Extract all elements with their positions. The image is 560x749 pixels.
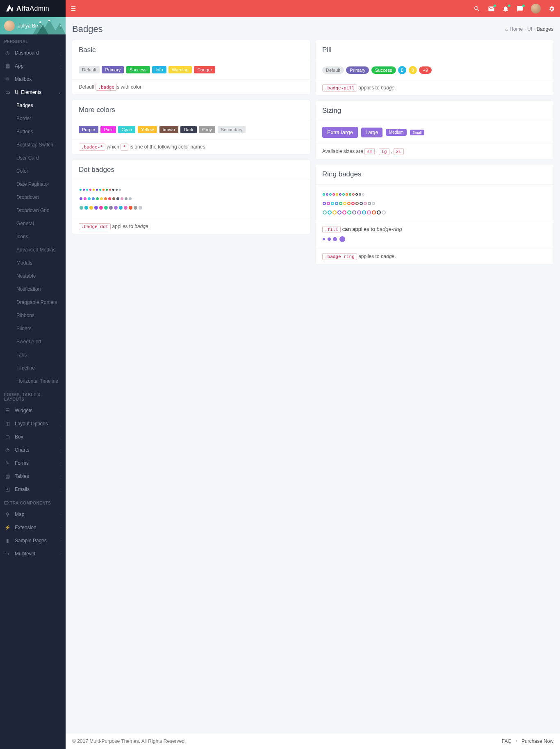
code-snippet: .badge-pill [322,84,357,91]
pie-icon: ◔ [4,447,11,453]
badge-default: Default [79,66,100,73]
nav-sub-dropdown-grid[interactable]: Dropdown Grid [0,204,66,217]
chat-button[interactable] [517,5,524,12]
user-avatar-button[interactable] [531,4,541,14]
ring-badge [372,202,375,205]
nav-sub-buttons[interactable]: Buttons [0,125,66,138]
dot-badge [119,189,121,191]
badge-yellow: Yellow [138,126,157,133]
dot-badge [96,197,99,200]
nav-header-personal: PERSONAL [0,34,66,46]
nav-mailbox[interactable]: ✉Mailbox [0,73,66,86]
nav-sub-date-paginator[interactable]: Date Paginator [0,178,66,191]
nav-sub-dropdown[interactable]: Dropdown [0,191,66,204]
box-ring-badges: Ring badges .fill can applies to badge-r… [316,164,553,264]
dot-badge [112,189,114,191]
footer-faq-link[interactable]: FAQ [502,738,512,744]
nav-emails[interactable]: ◰Emails› [0,483,66,496]
nav-dashboard[interactable]: ◷Dashboard› [0,46,66,59]
chevron-right-icon: › [60,23,61,28]
brand-logo[interactable]: AlfaAdmin [0,0,66,17]
ring-badge [372,210,376,215]
dot-badge [114,206,118,210]
dot-badge [124,206,127,210]
menu-toggle-button[interactable]: ☰ [71,5,76,12]
nav-sub-nestable[interactable]: Nestable [0,269,66,283]
nav-sample-pages[interactable]: ▮Sample Pages› [0,534,66,547]
page-title: Badges [72,24,103,34]
ring-badge [323,210,327,215]
nav-box[interactable]: ▢Box› [0,430,66,443]
ring-badge [360,202,363,205]
ring-badge [359,193,361,196]
avatar [531,4,541,14]
nav-widgets[interactable]: ☰Widgets› [0,404,66,417]
nav-app[interactable]: ▦App› [0,59,66,73]
mail-button[interactable] [488,5,495,12]
notification-dot [508,5,510,7]
ring-fill-dot [339,236,345,242]
nav-ui-elements[interactable]: ▭UI Elements⌄ [0,86,66,99]
user-panel[interactable]: Juliya Brus › [0,17,66,34]
nav-sub-ribbons[interactable]: Ribbons [0,309,66,322]
badge-size-sm: Small [410,130,424,135]
ring-badge [335,202,338,205]
dot-badge [88,197,91,200]
settings-button[interactable] [548,5,555,12]
dot-badge [93,189,95,191]
nav-sub-advanced-medias[interactable]: Advanced Medias [0,243,66,256]
code-snippet: .badge-ring [322,253,357,260]
dot-badge [80,197,82,200]
nav-map[interactable]: ⚲Map› [0,508,66,521]
bell-button[interactable] [502,5,509,12]
code-snippet: .badge-dot [79,223,111,230]
nav-multilevel[interactable]: ↪Multilevel› [0,547,66,560]
nav-tables[interactable]: ▤Tables› [0,470,66,483]
nav-forms[interactable]: ✎Forms› [0,457,66,470]
ring-badge [337,210,341,215]
ring-badge [368,202,371,205]
chevron-down-icon: ⌄ [58,90,61,94]
nav-extension[interactable]: ⚡Extension› [0,521,66,534]
nav-sub-draggable-portlets[interactable]: Draggable Portlets [0,296,66,309]
chevron-right-icon: › [60,512,61,516]
nav-sub-border[interactable]: Border [0,112,66,125]
breadcrumb-ui[interactable]: UI [527,26,532,32]
copyright: © 2017 Multi-Purpose Themes. All Rights … [72,738,186,744]
chevron-right-icon: › [60,487,61,491]
nav-layout-options[interactable]: ◫Layout Options› [0,417,66,430]
ring-badge [355,193,358,196]
box-title: Pill [316,40,553,60]
search-button[interactable] [473,5,480,12]
nav-sub-horizontal-timeline[interactable]: Horizontal Timeline [0,374,66,388]
chevron-right-icon: › [60,422,61,426]
nav-sub-modals[interactable]: Modals [0,256,66,269]
nav-charts[interactable]: ◔Charts› [0,443,66,457]
chevron-right-icon: › [60,461,61,465]
breadcrumb-home[interactable]: Home [510,26,523,32]
nav-sub-sliders[interactable]: Sliders [0,322,66,335]
badge-size-md: Medium [386,129,407,136]
code-snippet: .fill [322,226,341,233]
nav-sub-badges[interactable]: Badges [0,99,66,112]
sidebar: AlfaAdmin Juliya Brus › PERSONAL ◷Dashbo… [0,0,66,749]
square-icon: ▢ [4,434,11,440]
nav-sub-tabs[interactable]: Tabs [0,348,66,361]
nav-sub-user-card[interactable]: User Card [0,151,66,164]
footer-purchase-link[interactable]: Purchase Now [521,738,553,744]
nav-sub-timeline[interactable]: Timeline [0,361,66,374]
ring-badge [323,193,325,196]
nav-sub-notification[interactable]: Notification [0,283,66,296]
ring-fill-dot [323,238,325,240]
avatar [4,21,15,31]
chevron-right-icon: › [524,27,526,31]
nav-sub-general[interactable]: General [0,217,66,230]
dot-badge [94,206,98,210]
nav-sub-icons[interactable]: Icons [0,230,66,243]
nav-sub-bootstrap-switch[interactable]: Bootstrap Switch [0,138,66,151]
ring-badge [332,193,335,196]
nav-sub-color[interactable]: Color [0,164,66,178]
box-footer: .badge-ring applies to badge. [316,249,553,264]
nav-sub-sweet-alert[interactable]: Sweet Alert [0,335,66,348]
plug-icon: ⚡ [4,525,11,530]
